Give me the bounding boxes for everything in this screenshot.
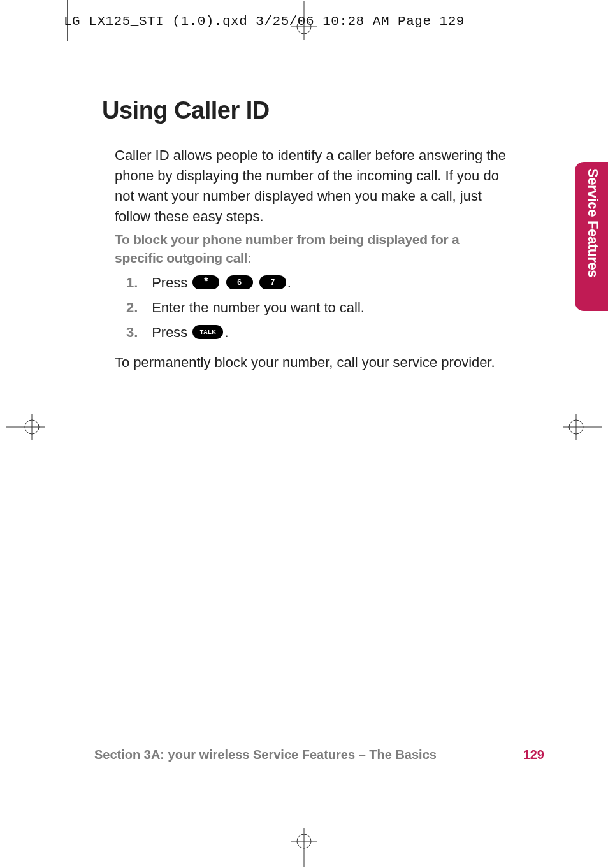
footer-page-number: 129 bbox=[523, 748, 544, 762]
closing-paragraph: To permanently block your number, call y… bbox=[115, 354, 495, 371]
footer-section: Section 3A: your wireless Service Featur… bbox=[94, 748, 437, 762]
step-number: 1. bbox=[126, 275, 148, 291]
step-text: Enter the number you want to call. bbox=[152, 300, 365, 315]
step-2: 2. Enter the number you want to call. bbox=[126, 300, 365, 316]
registration-mark-right bbox=[563, 414, 602, 440]
step-text-b: . bbox=[287, 275, 291, 291]
subheading: To block your phone number from being di… bbox=[115, 230, 497, 268]
step-number: 3. bbox=[126, 324, 148, 341]
step-text-b: . bbox=[224, 324, 228, 340]
page-footer: Section 3A: your wireless Service Featur… bbox=[94, 748, 570, 762]
key-7-icon: 7 bbox=[259, 275, 286, 289]
step-3: 3. Press TALK. bbox=[126, 324, 229, 341]
registration-mark-top bbox=[291, 1, 317, 40]
step-text-a: Press bbox=[152, 324, 191, 340]
step-1: 1. Press * 6 7. bbox=[126, 275, 291, 291]
key-star-icon: * bbox=[192, 275, 219, 289]
registration-mark-bottom bbox=[291, 828, 317, 867]
step-text: Press * 6 7. bbox=[152, 275, 291, 291]
page-title: Using Caller ID bbox=[102, 97, 270, 124]
intro-paragraph: Caller ID allows people to identify a ca… bbox=[115, 145, 510, 227]
key-talk-icon: TALK bbox=[192, 325, 223, 339]
prepress-slug: LG LX125_STI (1.0).qxd 3/25/06 10:28 AM … bbox=[64, 14, 465, 29]
registration-mark-left bbox=[6, 414, 45, 440]
step-number: 2. bbox=[126, 300, 148, 316]
key-6-icon: 6 bbox=[226, 275, 253, 289]
step-text: Press TALK. bbox=[152, 324, 228, 340]
side-tab-label: Service Features bbox=[581, 168, 601, 305]
step-text-a: Press bbox=[152, 275, 191, 291]
